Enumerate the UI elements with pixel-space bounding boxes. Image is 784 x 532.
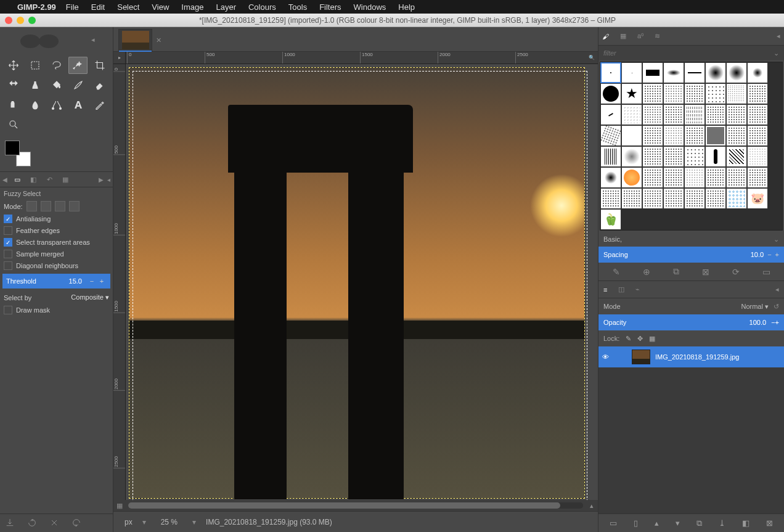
history-tab-icon[interactable]: ≋	[655, 32, 660, 40]
brush-item[interactable]	[600, 188, 621, 209]
spacing-slider[interactable]: Spacing 10.0 − +	[598, 247, 784, 263]
unit-dropdown[interactable]: px	[121, 517, 136, 528]
brush-item[interactable]	[747, 125, 768, 146]
brush-item[interactable]: 🫑	[600, 209, 621, 230]
bucket-tool[interactable]	[47, 76, 66, 94]
channels-tab-icon[interactable]: ◫	[618, 285, 624, 293]
paths-tab-icon[interactable]: ⌁	[635, 285, 640, 293]
chevron-down-icon[interactable]: ▾	[192, 518, 196, 526]
menu-tools[interactable]: Tools	[288, 2, 307, 12]
chevron-down-icon[interactable]: ⌄	[774, 49, 779, 57]
raise-layer-icon[interactable]: ▴	[655, 518, 659, 528]
tool-options-tab[interactable]: ▭	[11, 173, 23, 186]
fg-color[interactable]	[5, 141, 20, 155]
brush-item[interactable]	[726, 83, 747, 104]
menu-help[interactable]: Help	[398, 2, 415, 12]
close-button[interactable]	[5, 17, 12, 24]
zoom-tool[interactable]	[4, 116, 23, 133]
menu-file[interactable]: File	[66, 2, 79, 12]
brush-item[interactable]: 🐷	[747, 188, 768, 209]
feather-checkbox[interactable]	[4, 226, 12, 235]
ruler-vertical[interactable]: 0 500 1000 1500 2000 2500	[113, 64, 126, 500]
brush-item[interactable]	[663, 83, 684, 104]
lasso-tool[interactable]	[47, 57, 66, 74]
crop-tool[interactable]	[90, 57, 109, 74]
minimize-button[interactable]	[17, 17, 24, 24]
brush-item[interactable]	[642, 104, 663, 125]
menu-colours[interactable]: Colours	[248, 2, 276, 12]
menu-select[interactable]: Select	[117, 2, 139, 12]
brush-item[interactable]	[600, 104, 621, 125]
transparent-checkbox[interactable]: ✓	[4, 238, 12, 247]
layer-name[interactable]: IMG_20210818_191259.jpg	[655, 353, 739, 361]
path-tool[interactable]	[47, 96, 66, 113]
brush-item[interactable]	[663, 62, 684, 83]
warp-tool[interactable]	[25, 76, 44, 94]
mask-layer-icon[interactable]: ◧	[742, 518, 749, 528]
ruler-horizontal[interactable]: ▸ 0 500 1000 1500 2000 2500 🔍	[113, 52, 598, 64]
brush-item[interactable]	[621, 167, 642, 188]
app-name[interactable]: GIMP-2.99	[17, 2, 56, 12]
chevron-down-icon[interactable]: ▾	[142, 518, 146, 526]
h-scrollbar[interactable]: ▦ ▴	[113, 500, 598, 511]
save-options-icon[interactable]	[5, 518, 15, 529]
delete-brush-icon[interactable]: ⊠	[702, 267, 709, 277]
brush-item[interactable]	[621, 188, 642, 209]
brush-item[interactable]	[642, 146, 663, 167]
refresh-brush-icon[interactable]: ⟳	[732, 267, 740, 277]
layer-thumbnail[interactable]	[632, 350, 650, 364]
transform-tool[interactable]	[4, 76, 23, 94]
chevron-down-icon[interactable]: ⌄	[774, 235, 779, 243]
threshold-slider[interactable]: Threshold 15.0 −+	[2, 274, 110, 289]
layer-visibility-icon[interactable]: 👁	[602, 353, 611, 361]
diagonal-checkbox[interactable]	[4, 261, 12, 270]
new-group-icon[interactable]: ▯	[634, 518, 638, 528]
brush-item[interactable]	[747, 146, 768, 167]
brush-item[interactable]	[663, 104, 684, 125]
mode-replace-icon[interactable]	[27, 201, 37, 211]
tab-menu-icon[interactable]: ◂	[777, 32, 780, 40]
delete-layer-icon[interactable]: ⊠	[766, 518, 773, 528]
opacity-slider[interactable]: Opacity 100.0 − +	[598, 314, 784, 330]
lock-alpha-icon[interactable]: ▦	[649, 335, 655, 343]
menu-edit[interactable]: Edit	[91, 2, 105, 12]
duplicate-layer-icon[interactable]: ⧉	[696, 518, 702, 528]
brush-item[interactable]	[600, 167, 621, 188]
brush-item[interactable]	[684, 83, 705, 104]
h-scroll-thumb[interactable]	[128, 502, 560, 509]
brush-item[interactable]	[747, 167, 768, 188]
brush-item[interactable]	[663, 167, 684, 188]
brush-selected-name[interactable]: Basic, ⌄	[598, 232, 784, 247]
brush-item[interactable]	[705, 62, 726, 83]
move-tool[interactable]	[4, 57, 23, 74]
brush-item[interactable]	[726, 167, 747, 188]
patterns-tab-icon[interactable]: ▦	[620, 32, 626, 40]
brush-item[interactable]	[621, 104, 642, 125]
brush-item[interactable]	[621, 125, 642, 146]
fg-bg-colors[interactable]	[5, 141, 31, 166]
mode-add-icon[interactable]	[41, 201, 51, 211]
brush-item[interactable]	[642, 62, 663, 83]
image-tab-close[interactable]: ✕	[152, 29, 165, 51]
brush-item[interactable]	[600, 125, 621, 146]
lock-position-icon[interactable]: ✥	[637, 335, 643, 343]
brush-item[interactable]	[684, 167, 705, 188]
brush-item[interactable]	[663, 188, 684, 209]
brush-item[interactable]	[642, 125, 663, 146]
brush-item[interactable]	[621, 146, 642, 167]
tab-menu-icon[interactable]: ◂	[775, 285, 779, 293]
tab-prev[interactable]: ◀	[2, 176, 7, 183]
brush-item[interactable]	[642, 83, 663, 104]
spacing-plus[interactable]: +	[775, 251, 779, 258]
lock-pixels-icon[interactable]: ✎	[626, 335, 631, 343]
images-tab[interactable]: ▦	[59, 173, 71, 186]
sample-merged-checkbox[interactable]	[4, 250, 12, 258]
menu-windows[interactable]: Windows	[354, 2, 386, 12]
fonts-tab-icon[interactable]: a⁰	[637, 32, 643, 40]
tab-menu[interactable]: ◂	[107, 176, 110, 183]
brush-item[interactable]	[747, 104, 768, 125]
colorpicker-tool[interactable]	[90, 96, 109, 113]
layers-tab-icon[interactable]: ≡	[603, 286, 607, 293]
edit-brush-icon[interactable]: ✎	[613, 267, 620, 277]
canvas[interactable]	[126, 64, 598, 500]
